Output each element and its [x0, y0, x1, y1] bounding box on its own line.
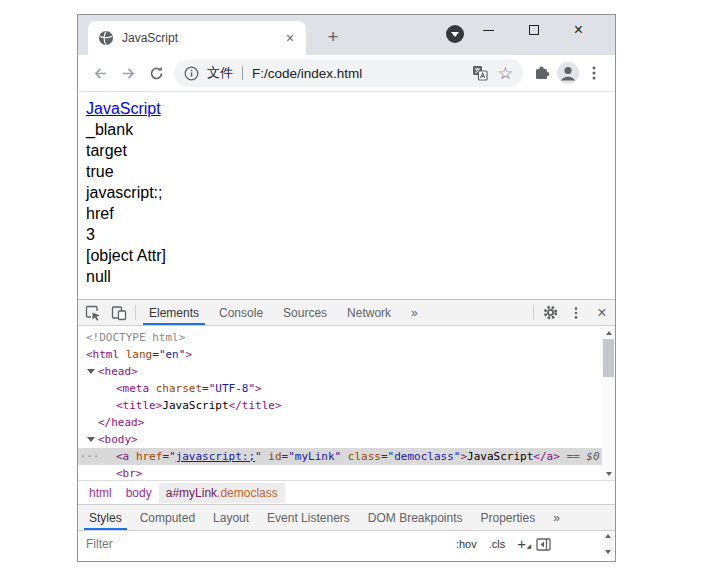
breadcrumb-item-a-mylink-democlass[interactable]: a#myLink.democlass — [159, 483, 285, 503]
code-token: <meta — [116, 382, 149, 395]
close-button[interactable] — [556, 15, 601, 45]
devtools-tab-console[interactable]: Console — [209, 300, 273, 325]
code-token: <html — [86, 348, 119, 361]
devtools-tab-network[interactable]: Network — [337, 300, 401, 325]
styles-tab-styles[interactable]: Styles — [80, 505, 131, 530]
profile-avatar-icon — [556, 61, 580, 85]
dom-tree-row[interactable]: <!DOCTYPE html> — [78, 329, 615, 346]
browser-menu-button[interactable] — [581, 59, 607, 87]
reload-icon — [148, 65, 165, 82]
element-classes-button[interactable]: .cls — [489, 538, 506, 550]
toolbar-divider — [135, 305, 136, 320]
forward-button[interactable] — [114, 59, 142, 87]
translate-icon[interactable] — [472, 65, 488, 81]
info-icon[interactable] — [184, 66, 199, 81]
code-token: = — [202, 382, 209, 395]
expander-arrow-icon[interactable] — [87, 369, 95, 374]
scrollbar-thumb[interactable] — [603, 339, 614, 377]
styles-tab-computed[interactable]: Computed — [131, 505, 204, 530]
extensions-button[interactable] — [529, 59, 555, 87]
dom-tree-row[interactable]: <body> — [78, 431, 615, 448]
browser-tab[interactable]: JavaScript × — [88, 21, 306, 55]
maximize-icon — [529, 25, 539, 35]
dom-tree-row[interactable]: <html lang="en"> — [78, 346, 615, 363]
reload-button[interactable] — [142, 59, 170, 87]
devtools-tab-sources[interactable]: Sources — [273, 300, 337, 325]
sidebar-toggle-icon — [536, 538, 551, 551]
close-icon — [597, 304, 606, 322]
page-text-line: true — [86, 161, 607, 182]
breadcrumb-item-body[interactable]: body — [119, 483, 159, 503]
devtools-tab-more[interactable]: » — [401, 300, 428, 325]
devtools-menu-button[interactable] — [563, 300, 589, 325]
tab-search-button[interactable] — [446, 25, 464, 43]
gear-icon — [542, 304, 559, 321]
scheme-label: 文件 — [207, 64, 233, 82]
dom-tree-row-selected[interactable]: ···<a href="javascript:;" id="myLink" cl… — [78, 448, 615, 465]
close-icon — [574, 22, 583, 38]
styles-scrollbar[interactable] — [602, 532, 614, 556]
kebab-menu-icon — [586, 65, 602, 81]
new-tab-button[interactable] — [320, 24, 346, 50]
back-button[interactable] — [86, 59, 114, 87]
tab-title: JavaScript — [122, 31, 282, 45]
breadcrumb-token: body — [126, 486, 152, 500]
page-line-link: JavaScript — [86, 98, 607, 119]
kebab-menu-icon — [569, 306, 583, 320]
breadcrumb-item-html[interactable]: html — [82, 483, 119, 503]
devtools-settings-button[interactable] — [537, 300, 563, 325]
code-token: </head> — [98, 416, 144, 429]
dom-tree-row[interactable]: <meta charset="UTF-8"> — [78, 380, 615, 397]
bookmark-star-icon[interactable] — [498, 65, 513, 82]
maximize-button[interactable] — [511, 15, 556, 45]
dom-tree-row[interactable]: <head> — [78, 363, 615, 380]
node-menu-ellipsis[interactable]: ··· — [80, 448, 100, 465]
code-token: charset — [156, 382, 202, 395]
page-link[interactable]: JavaScript — [86, 100, 161, 117]
code-token: </a> — [533, 450, 560, 463]
page-text-line: [object Attr] — [86, 245, 607, 266]
dom-tree-row[interactable]: <title>JavaScript</title> — [78, 397, 615, 414]
styles-tab-more[interactable]: » — [544, 505, 569, 530]
device-toolbar-button[interactable] — [106, 300, 132, 325]
code-token: <body> — [98, 433, 138, 446]
styles-tab-dom-breakpoints[interactable]: DOM Breakpoints — [359, 505, 472, 530]
tree-scrollbar[interactable] — [602, 326, 615, 480]
code-token: <head> — [98, 365, 138, 378]
omnibox[interactable]: 文件 F:/code/index.html — [174, 59, 523, 87]
dom-tree-row[interactable]: <br> — [78, 465, 615, 481]
expander-arrow-icon[interactable] — [87, 437, 95, 442]
styles-filter-input[interactable] — [86, 537, 444, 551]
toggle-element-state-button[interactable]: :hov — [456, 538, 477, 550]
devtools-close-button[interactable] — [589, 300, 615, 325]
url-text[interactable]: F:/code/index.html — [252, 66, 362, 81]
globe-favicon-icon — [98, 30, 114, 46]
scroll-down-button[interactable] — [602, 467, 615, 480]
inspect-element-button[interactable] — [80, 300, 106, 325]
breadcrumb: htmlbodya#myLink.democlass — [78, 481, 615, 504]
scroll-up-button[interactable] — [602, 326, 615, 339]
address-toolbar: 文件 F:/code/index.html — [78, 55, 615, 92]
devtools-tab-elements[interactable]: Elements — [139, 300, 209, 325]
breadcrumb-token: .democlass — [217, 486, 278, 500]
minimize-button[interactable] — [466, 15, 511, 45]
tab-close-icon[interactable]: × — [282, 30, 298, 46]
dom-tree-row[interactable]: </head> — [78, 414, 615, 431]
new-style-rule-button[interactable]: +◢ — [517, 537, 526, 551]
profile-button[interactable] — [555, 59, 581, 87]
code-token: href — [136, 450, 163, 463]
page-content: JavaScript _blanktargettruejavascript:;h… — [78, 92, 615, 299]
triangle-down-icon[interactable] — [605, 550, 611, 554]
styles-tab-layout[interactable]: Layout — [204, 505, 258, 530]
triangle-up-icon[interactable] — [605, 534, 611, 538]
styles-tab-properties[interactable]: Properties — [472, 505, 545, 530]
code-token — [129, 450, 136, 463]
code-token: javascript:; — [176, 450, 255, 463]
code-token: id — [268, 450, 281, 463]
breadcrumb-token: a#myLink — [166, 486, 217, 500]
styles-tab-event-listeners[interactable]: Event Listeners — [258, 505, 359, 530]
devtools-tabs: ElementsConsoleSourcesNetwork» — [139, 300, 428, 325]
code-token: <br> — [116, 467, 143, 480]
code-token — [119, 348, 126, 361]
computed-sidebar-toggle-button[interactable] — [536, 538, 551, 551]
